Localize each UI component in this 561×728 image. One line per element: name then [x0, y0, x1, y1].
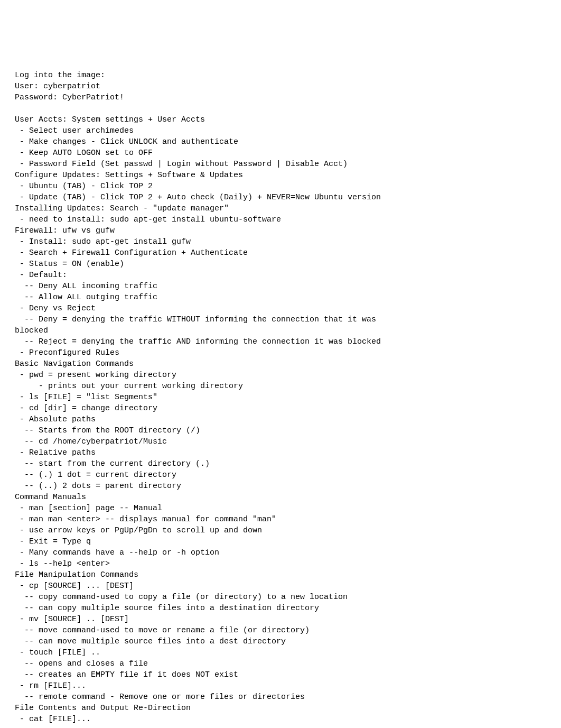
document-body: Log into the image: User: cyberpatriot P… [15, 70, 546, 725]
document-page: Log into the image: User: cyberpatriot P… [0, 0, 561, 728]
